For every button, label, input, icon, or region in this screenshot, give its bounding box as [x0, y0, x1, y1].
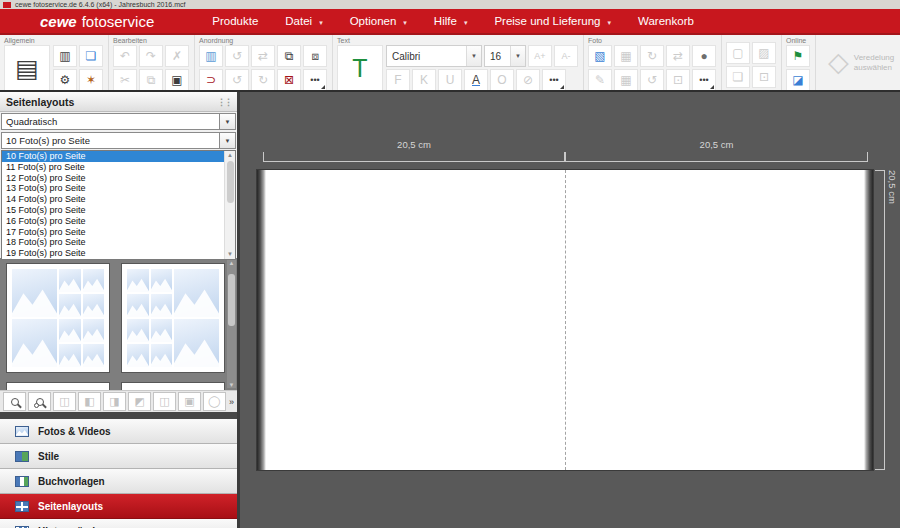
- photo-rotate-left-icon[interactable]: ↺: [640, 69, 664, 91]
- frame-icon[interactable]: ▢: [726, 42, 750, 64]
- photo-crop-icon[interactable]: ⊡: [666, 69, 690, 91]
- scrollbar-thumb[interactable]: [227, 161, 234, 203]
- photo-rotate-icon[interactable]: ↻: [640, 45, 664, 67]
- photo-swap-icon[interactable]: ⇄: [666, 45, 690, 67]
- scroll-down-icon[interactable]: ▼: [227, 382, 236, 388]
- more-foto-icon[interactable]: •••: [692, 69, 716, 91]
- spread-layout-button[interactable]: ◧: [78, 392, 101, 411]
- spread-layout-button[interactable]: ◨: [103, 392, 126, 411]
- remove-image-icon[interactable]: ⊠: [277, 69, 301, 91]
- dropdown-option[interactable]: 13 Foto(s) pro Seite: [2, 183, 235, 194]
- scroll-up-icon[interactable]: ▲: [227, 260, 236, 266]
- add-photo-icon[interactable]: ▧: [588, 45, 612, 67]
- scroll-down-icon[interactable]: ▼: [225, 250, 235, 259]
- dropdown-option[interactable]: 17 Foto(s) pro Seite: [2, 227, 235, 238]
- spread-layout-button[interactable]: ▣: [178, 392, 201, 411]
- menu-optionen[interactable]: Optionen▾: [350, 15, 407, 27]
- paste-icon[interactable]: ▣: [165, 69, 189, 91]
- settings-gear-icon[interactable]: ⚙: [53, 69, 77, 91]
- dropdown-option[interactable]: 11 Foto(s) pro Seite: [2, 162, 235, 173]
- dropdown-option[interactable]: 14 Foto(s) pro Seite: [2, 194, 235, 205]
- font-color-icon[interactable]: A: [464, 69, 488, 91]
- flip-icon[interactable]: ⇄: [251, 45, 275, 67]
- border-icon[interactable]: ⊡: [752, 66, 776, 88]
- scroll-up-icon[interactable]: ▲: [225, 151, 235, 160]
- export-folder-icon[interactable]: ❏: [79, 45, 103, 67]
- layout-thumbnail[interactable]: [121, 382, 225, 390]
- assistant-wand-icon[interactable]: ✶: [79, 69, 103, 91]
- dropdown-option[interactable]: 12 Foto(s) pro Seite: [2, 173, 235, 184]
- strip-overflow-chevron[interactable]: »: [229, 397, 234, 407]
- chevron-down-icon[interactable]: ▼: [219, 114, 235, 129]
- italic-icon[interactable]: K: [412, 69, 436, 91]
- thumbs-smaller-button[interactable]: [3, 392, 26, 411]
- photo-lock-icon[interactable]: ▦: [614, 45, 638, 67]
- menu-produkte[interactable]: Produkte: [212, 15, 258, 27]
- add-text-icon[interactable]: T: [337, 45, 383, 91]
- dropdown-option[interactable]: 19 Foto(s) pro Seite: [2, 248, 235, 259]
- dropdown-option[interactable]: 16 Foto(s) pro Seite: [2, 216, 235, 227]
- thumbs-larger-button[interactable]: [28, 392, 51, 411]
- save-icon[interactable]: ▤: [4, 45, 50, 91]
- menu-datei[interactable]: Datei▾: [285, 15, 322, 27]
- more-text-icon[interactable]: •••: [542, 69, 566, 91]
- photo-edit-icon[interactable]: ✎: [588, 69, 612, 91]
- snap-magnet-icon[interactable]: ⊃: [199, 69, 223, 91]
- dropdown-option[interactable]: 18 Foto(s) pro Seite: [2, 237, 235, 248]
- share-online-icon[interactable]: ⚑: [786, 45, 810, 67]
- more-anordnung-icon[interactable]: •••: [303, 69, 327, 91]
- layout-format-select[interactable]: Quadratisch ▼: [1, 113, 236, 130]
- spread-layout-button[interactable]: ◫: [153, 392, 176, 411]
- chevron-down-icon[interactable]: ▼: [466, 46, 481, 66]
- rotate-icon[interactable]: ↺: [225, 45, 249, 67]
- menu-hilfe[interactable]: Hilfe▾: [434, 15, 468, 27]
- align-grid-icon[interactable]: ▥: [199, 45, 223, 67]
- font-decrease-icon[interactable]: A-: [554, 45, 578, 67]
- bold-icon[interactable]: F: [386, 69, 410, 91]
- chevron-down-icon[interactable]: ▼: [510, 46, 525, 66]
- sidebar-item-buchvorlagen[interactable]: Buchvorlagen: [0, 469, 237, 494]
- sidebar-item-fotos-videos[interactable]: Fotos & Videos: [0, 419, 237, 444]
- spread-layout-button[interactable]: ◫: [53, 392, 76, 411]
- photo-lock-icon[interactable]: ▦: [614, 69, 638, 91]
- sidebar-item-seitenlayouts[interactable]: Seitenlayouts: [0, 494, 237, 519]
- save-as-icon[interactable]: ▥: [53, 45, 77, 67]
- photo-count-select[interactable]: 10 Foto(s) pro Seite ▼: [1, 132, 236, 149]
- dropdown-option[interactable]: 10 Foto(s) pro Seite: [2, 151, 235, 162]
- chevron-down-icon[interactable]: ▼: [219, 133, 235, 148]
- redo-icon[interactable]: ↷: [139, 45, 163, 67]
- spread-layout-button[interactable]: ◩: [128, 392, 151, 411]
- char-style-icon[interactable]: O: [490, 69, 514, 91]
- sidebar-item-hintergruende[interactable]: Hintergründe: [0, 519, 237, 528]
- page-spread[interactable]: [257, 170, 873, 470]
- layout-thumbnail-large-left[interactable]: [6, 263, 110, 373]
- layout-thumbnail[interactable]: [6, 382, 110, 390]
- dropdown-option[interactable]: 15 Foto(s) pro Seite: [2, 205, 235, 216]
- menu-warenkorb[interactable]: Warenkorb: [638, 15, 694, 27]
- underline-icon[interactable]: U: [438, 69, 462, 91]
- veredelung-button[interactable]: ◇ Veredelung auswählen ▾: [820, 45, 900, 76]
- dropdown-scrollbar[interactable]: ▲ ▼: [224, 151, 235, 259]
- font-size-select[interactable]: 16 ▼: [484, 45, 526, 67]
- send-to-back-icon[interactable]: ⧈: [303, 45, 327, 67]
- delete-icon[interactable]: ✗: [165, 45, 189, 67]
- font-family-select[interactable]: Calibri ▼: [386, 45, 482, 67]
- scrollbar-thumb[interactable]: [228, 274, 235, 326]
- web-gallery-icon[interactable]: ◪: [786, 69, 810, 91]
- menu-preise-und-lieferung[interactable]: Preise und Lieferung▾: [494, 15, 611, 27]
- layout-thumbnail-large-right[interactable]: [121, 263, 225, 373]
- rotate-left-icon[interactable]: ↺: [225, 69, 249, 91]
- thumbnails-scrollbar[interactable]: ▲ ▼: [227, 260, 236, 388]
- photo-effects-icon[interactable]: ●: [692, 45, 716, 67]
- undo-icon[interactable]: ↶: [113, 45, 137, 67]
- sidebar-item-stile[interactable]: Stile: [0, 444, 237, 469]
- clear-format-icon[interactable]: ⊘: [516, 69, 540, 91]
- cut-icon[interactable]: ✂: [113, 69, 137, 91]
- mask-icon[interactable]: ▨: [752, 42, 776, 64]
- copy-icon[interactable]: ⧉: [139, 69, 163, 91]
- font-increase-icon[interactable]: A+: [528, 45, 552, 67]
- bring-to-front-icon[interactable]: ⧉: [277, 45, 301, 67]
- rotate-right-icon[interactable]: ↻: [251, 69, 275, 91]
- shadow-icon[interactable]: ❏: [726, 66, 750, 88]
- grip-dots-icon[interactable]: ⋮⋮: [217, 97, 231, 107]
